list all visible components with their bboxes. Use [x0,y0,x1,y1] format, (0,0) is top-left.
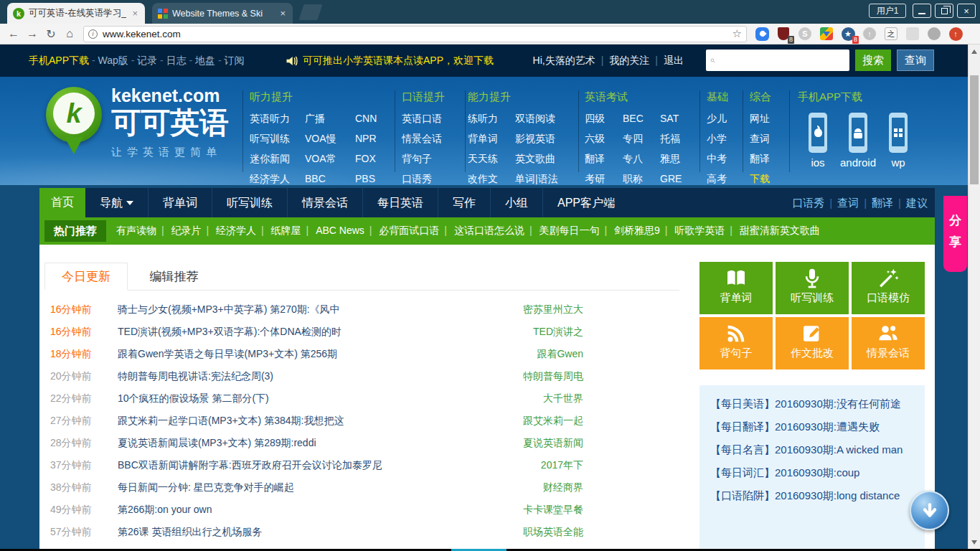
daily-item[interactable]: 【每日美语】20160930期:没有任何前途 [710,397,925,411]
tile-dictation[interactable]: 听写训练 [776,262,849,314]
record-link[interactable]: 记录 [128,55,157,66]
extension-upload-icon[interactable]: ↑ [948,26,963,42]
article-title-link[interactable]: 特朗普每周电视讲话:宪法纪念周(3) [118,370,523,383]
tab-close-icon[interactable]: × [131,8,139,19]
home-button[interactable]: ⌂ [60,27,79,40]
nav-item-dictation[interactable]: 听写训练 [212,188,287,217]
extension-cast-icon[interactable] [819,26,834,42]
header-link[interactable]: NPR [355,133,398,146]
header-link[interactable]: 情景会话 [402,133,459,146]
hot-link[interactable]: 美剧每日一句 [524,225,600,236]
back-button[interactable]: ← [4,27,23,40]
header-link[interactable]: 改作文 [468,173,511,186]
header-link[interactable]: PBS [355,173,398,186]
header-link[interactable]: CNN [355,113,398,126]
wap-link[interactable]: Wap版 [89,55,128,66]
header-link[interactable]: 听写训练 [250,133,300,146]
platform-android[interactable]: android [838,113,878,169]
window-minimize-button[interactable] [913,4,931,18]
daily-item[interactable]: 【每日翻译】20160930期:遭遇失败 [710,420,925,434]
tile-essay-correct[interactable]: 作文批改 [776,317,849,369]
platform-wp[interactable]: wp [878,113,918,169]
hot-link[interactable]: 有声读物 [116,225,156,236]
tab-close-icon[interactable]: × [278,8,287,19]
article-title-link[interactable]: BBC双语新闻讲解附字幕:西班牙政府召开会议讨论加泰罗尼 [118,459,541,472]
extension-uparrow-icon[interactable]: ↑ [862,26,877,42]
extension-star-icon[interactable]: ★8 [840,26,856,42]
header-link[interactable]: 影视英语 [515,133,575,146]
hot-link[interactable]: 听歌学英语 [660,225,725,236]
header-link[interactable]: BEC [623,113,654,126]
article-title-link[interactable]: 骑士与少女(视频+MP3+中英字幕) 第270期:《风中 [118,303,523,316]
url-text[interactable]: www.kekenet.com [103,29,732,39]
header-link[interactable]: 双语阅读 [515,113,575,126]
hot-link[interactable]: 这话口语怎么说 [439,225,524,236]
hot-link[interactable]: 纪录片 [156,225,202,236]
header-link[interactable]: 四级 [585,113,617,126]
header-link[interactable]: 英语口语 [402,113,459,126]
daily-item[interactable]: 【每日名言】20160930期:A wicked man [710,443,925,457]
article-category-link[interactable]: 职场英语全能 [523,526,590,539]
article-category-link[interactable]: 夏说英语新闻 [523,437,590,450]
nav-item-home[interactable]: 首页 [39,188,85,217]
nav-item-menu[interactable]: 导航 [85,188,148,217]
extension-dim-icon[interactable] [905,26,920,42]
header-link[interactable]: 托福 [660,133,692,146]
tab-today-update[interactable]: 今日更新 [44,263,128,291]
nav-right-link[interactable]: 翻译 [872,197,893,209]
article-category-link[interactable]: 特朗普每周电 [523,370,590,383]
browser-tab-kekenet[interactable]: k 可可英语-在线英语学习_ × [7,3,145,24]
site-info-icon[interactable]: i [88,29,98,39]
tile-speaking-imitate[interactable]: 口语模仿 [852,262,925,314]
search-input[interactable] [719,55,845,66]
search-box[interactable] [706,50,849,71]
article-title-link[interactable]: 跟艾米莉一起学口语(MP3+文本) 第384期:我想把这 [118,415,523,428]
article-title-link[interactable]: TED演讲(视频+MP3+双语字幕):个体DNA检测的时 [118,326,533,339]
header-link-download[interactable]: 下载 [750,173,807,186]
extension-drop-icon[interactable] [754,26,770,42]
hot-link[interactable]: 必背面试口语 [364,225,440,236]
extension-ublock-icon[interactable]: 8 [776,26,791,42]
nav-item-daily[interactable]: 每日英语 [362,188,438,217]
tile-word-memorize[interactable]: 背单词 [699,262,773,314]
header-link[interactable]: VOA慢 [305,133,350,146]
space-link[interactable]: 地盘 [187,55,215,66]
header-link[interactable]: 迷你新闻 [250,153,300,166]
header-link[interactable]: BBC [305,173,350,186]
header-link[interactable]: 雅思 [660,153,692,166]
header-link[interactable]: 职称 [623,173,654,186]
article-title-link[interactable]: 10个疯狂的假设场景 第二部分(下) [118,392,543,405]
header-link[interactable]: 天天练 [468,153,511,166]
article-title-link[interactable]: 跟着Gwen学英语之每日早读(MP3+文本) 第256期 [118,348,537,361]
article-category-link[interactable]: 密苏里州立大 [523,303,590,316]
nav-item-words[interactable]: 背单词 [148,188,212,217]
header-link[interactable]: SAT [660,113,692,126]
header-link[interactable]: 英文歌曲 [515,153,575,166]
tile-scene-dialog[interactable]: 情景会话 [852,317,925,369]
nav-item-dialog[interactable]: 情景会话 [287,188,362,217]
hot-link[interactable]: 甜蜜清新英文歌曲 [725,225,820,236]
extension-globe-icon[interactable] [926,26,942,42]
article-title-link[interactable]: 第266期:on your own [118,504,523,517]
header-link[interactable]: 经济学人 [250,173,300,186]
logo-text[interactable]: kekenet.com 可可英语 让学英语更简单 [111,85,229,159]
subscribe-link[interactable]: 订阅 [215,55,244,66]
header-link[interactable]: 专八 [623,153,654,166]
app-download-link[interactable]: 手机APP下载 [29,55,89,66]
tile-sentence-memorize[interactable]: 背句子 [699,317,773,369]
extension-signature-icon[interactable]: 之 [883,26,899,42]
window-close-button[interactable]: × [957,4,976,18]
browser-profile-button[interactable]: 用户1 [869,4,906,18]
article-category-link[interactable]: 2017年下 [541,459,590,472]
url-field[interactable]: i www.kekenet.com ☆ [83,26,747,42]
diary-link[interactable]: 日志 [157,55,186,66]
new-tab-button[interactable] [298,4,322,20]
header-link[interactable]: 口语秀 [402,173,459,186]
daily-item[interactable]: 【每日词汇】20160930期:coup [710,466,925,480]
header-link[interactable]: 六级 [585,133,617,146]
nav-right-link[interactable]: 建议 [906,197,928,209]
platform-ios[interactable]: ios [798,113,838,169]
scroll-down-button[interactable] [910,491,949,530]
reload-button[interactable]: ↻ [42,27,60,41]
browser-tab-themes[interactable]: Website Themes & Ski × [152,3,293,24]
